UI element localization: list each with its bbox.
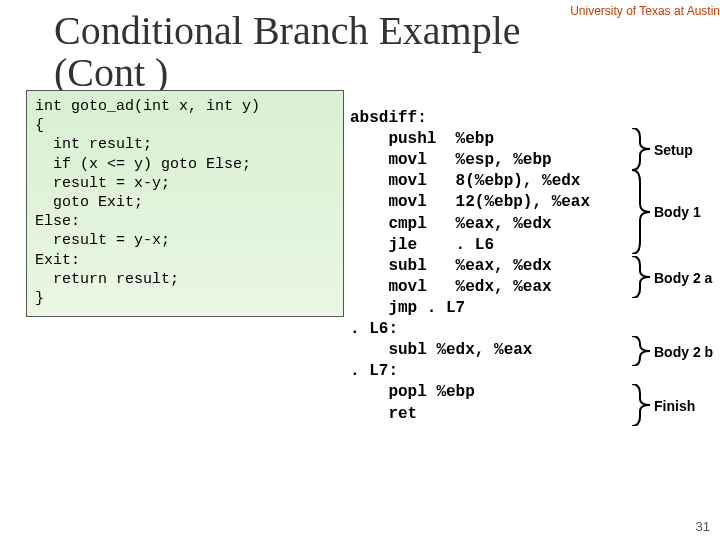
brace-body2b: Body 2 b [630,336,652,366]
slide-title: Conditional Branch Example (Cont ) [54,10,521,94]
assembly-code-block: absdiff: pushl %ebp movl %esp, %ebp movl… [350,108,590,425]
brace-label-body2a: Body 2 a [654,270,712,286]
c-code-block: int goto_ad(int x, int y) { int result; … [26,90,344,317]
slide-number: 31 [696,519,710,534]
brace-label-body2b: Body 2 b [654,344,713,360]
brace-label-body1: Body 1 [654,204,701,220]
affiliation-text: University of Texas at Austin [570,4,720,18]
brace-label-finish: Finish [654,398,695,414]
title-line-2: (Cont ) [54,50,168,95]
brace-label-setup: Setup [654,142,693,158]
brace-body1: Body 1 [630,170,652,254]
brace-body2a: Body 2 a [630,256,652,298]
brace-setup: Setup [630,128,652,170]
brace-finish: Finish [630,384,652,426]
title-line-1: Conditional Branch Example [54,8,521,53]
